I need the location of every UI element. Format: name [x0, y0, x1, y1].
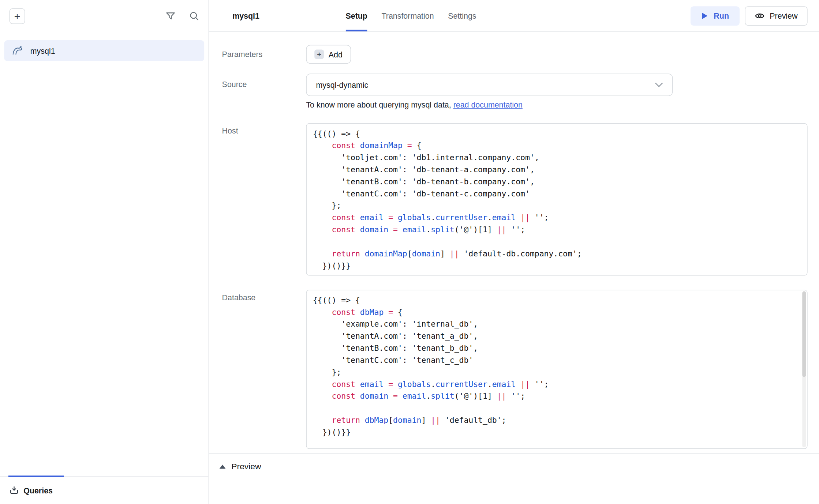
preview-button[interactable]: Preview — [745, 6, 808, 25]
source-label: Source — [222, 74, 306, 110]
queries-panel-toggle[interactable]: Queries — [10, 485, 53, 495]
queries-tab-active-indicator — [8, 475, 64, 477]
host-label: Host — [222, 123, 306, 276]
query-list: mysql1 — [0, 32, 208, 476]
editor-scrollbar[interactable] — [802, 291, 806, 447]
mysql-icon — [11, 44, 24, 57]
run-button-label: Run — [714, 11, 729, 20]
add-parameter-label: Add — [329, 50, 343, 59]
tab-setup[interactable]: Setup — [345, 0, 367, 31]
source-row: Source mysql-dynamic To know more about … — [222, 74, 808, 110]
database-code-editor[interactable]: {{(() => { const dbMap = { 'example.com'… — [306, 290, 807, 449]
filter-icon[interactable] — [165, 11, 175, 21]
add-parameter-button[interactable]: + Add — [306, 45, 351, 64]
query-list-item-mysql1[interactable]: mysql1 — [4, 40, 204, 61]
sidebar-toolbar: + — [0, 0, 208, 32]
source-select-value: mysql-dynamic — [316, 80, 369, 89]
source-help-text: To know more about querying mysql data, … — [306, 100, 807, 111]
parameters-label: Parameters — [222, 45, 306, 64]
host-row: Host {{(() => { const domainMap = { 'too… — [222, 123, 808, 276]
plus-icon: + — [314, 50, 324, 59]
tab-transformation[interactable]: Transformation — [381, 0, 434, 31]
parameters-row: Parameters + Add — [222, 45, 808, 64]
database-label: Database — [222, 290, 306, 449]
run-button[interactable]: Run — [691, 6, 740, 25]
database-row: Database {{(() => { const dbMap = { 'exa… — [222, 290, 808, 449]
chevron-down-icon — [655, 83, 663, 87]
query-tabs: Setup Transformation Settings — [345, 0, 476, 31]
read-documentation-link[interactable]: read documentation — [453, 100, 523, 109]
play-icon — [701, 12, 708, 19]
host-code-editor[interactable]: {{(() => { const domainMap = { 'tooljet.… — [306, 123, 807, 276]
queries-panel-label: Queries — [23, 486, 53, 494]
tab-settings[interactable]: Settings — [448, 0, 476, 31]
query-item-label: mysql1 — [30, 46, 55, 55]
query-header: mysql1 Setup Transformation Settings Run — [209, 0, 819, 32]
query-title: mysql1 — [232, 11, 259, 20]
preview-section-label: Preview — [231, 462, 261, 471]
bottom-panel-bar: Queries — [0, 476, 208, 504]
query-manager-main: mysql1 Setup Transformation Settings Run — [209, 0, 819, 504]
search-icon[interactable] — [189, 11, 199, 21]
queries-sidebar: + — [0, 0, 209, 504]
add-query-button[interactable]: + — [10, 8, 25, 24]
source-help-prefix: To know more about querying mysql data, — [306, 100, 453, 109]
eye-icon — [755, 11, 764, 20]
setup-form: Parameters + Add Source mysql-dynamic — [209, 32, 819, 453]
preview-section-toggle[interactable]: Preview — [209, 453, 819, 479]
queries-panel-icon — [10, 485, 19, 495]
preview-button-label: Preview — [770, 11, 797, 20]
query-editor-app: + — [0, 0, 819, 504]
caret-up-icon — [219, 464, 225, 469]
source-select[interactable]: mysql-dynamic — [306, 74, 673, 96]
